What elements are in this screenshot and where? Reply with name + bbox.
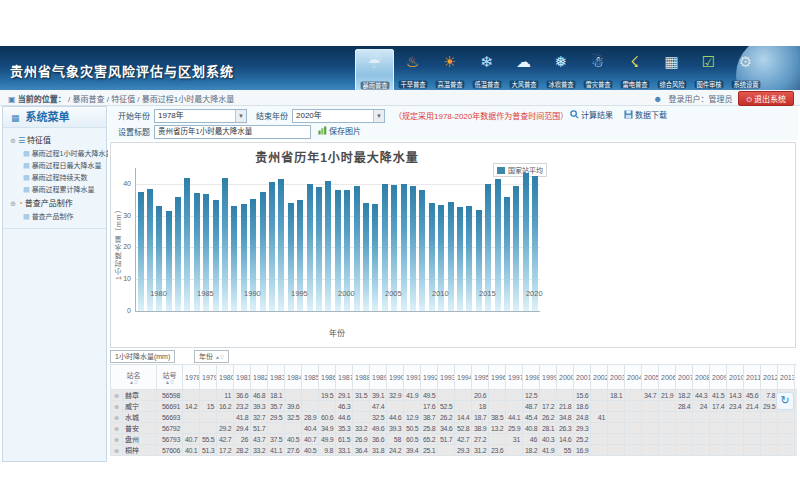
value-cell xyxy=(625,412,642,423)
value-cell: 44.1 xyxy=(506,412,523,423)
chart-title: 贵州省历年1小时最大降水量 xyxy=(135,148,539,165)
refresh-icon[interactable]: ↻ xyxy=(776,392,794,410)
logout-button[interactable]: ⏻退出系统 xyxy=(738,91,794,106)
value-cell: 46 xyxy=(523,434,540,445)
col-header-year[interactable]: 1986 xyxy=(319,365,336,390)
col-header-station-id[interactable]: 站号 ▲▽ xyxy=(157,365,183,390)
col-header-station-name[interactable]: 站名 ▲▽ xyxy=(111,365,157,390)
menu-grid-icon: ▦ xyxy=(11,113,20,123)
sidebar-menu: ⊕☰特征值▤暴雨过程1小时最大降水量▤暴雨过程日最大降水量▤暴雨过程持续天数▤暴… xyxy=(3,128,106,229)
x-tick-label: 1995 xyxy=(284,289,314,298)
year-sort-chip[interactable]: 年份 ▲▽ xyxy=(194,350,229,363)
col-header-year[interactable]: 1990 xyxy=(387,365,404,390)
col-header-year[interactable]: 1999 xyxy=(540,365,557,390)
col-header-year[interactable]: 2002 xyxy=(591,365,608,390)
col-header-year[interactable]: 1991 xyxy=(404,365,421,390)
row-expand-icon[interactable]: ⊗ xyxy=(111,390,123,401)
col-header-year[interactable]: 1987 xyxy=(336,365,353,390)
col-header-year[interactable]: 2006 xyxy=(659,365,676,390)
col-header-year[interactable]: 2010 xyxy=(727,365,744,390)
menu-item[interactable]: ▤暴雨过程累计降水量 xyxy=(3,183,106,195)
col-header-year[interactable]: 1988 xyxy=(353,365,370,390)
col-header-year[interactable]: 2005 xyxy=(642,365,659,390)
col-header-year[interactable]: 2000 xyxy=(557,365,574,390)
col-header-year[interactable]: 1993 xyxy=(438,365,455,390)
nav-item-map-review[interactable]: ☑图件审核 xyxy=(690,49,727,90)
nav-item-wind[interactable]: ☁大风普查 xyxy=(505,49,542,90)
expand-icon[interactable]: ⊕ xyxy=(10,200,16,207)
value-cell: 43.7 xyxy=(251,434,268,445)
sidebar-title: 系统菜单 xyxy=(26,111,70,123)
col-header-year[interactable]: 2014 xyxy=(795,365,798,390)
col-header-year[interactable]: 1983 xyxy=(268,365,285,390)
row-expand-icon[interactable]: ⊗ xyxy=(111,445,123,456)
sort-icons[interactable]: ▲▽ xyxy=(215,354,224,360)
calculate-button[interactable]: 计算结果 xyxy=(570,109,613,120)
save-image-button[interactable]: 保存图片 xyxy=(318,125,361,136)
row-expand-icon[interactable]: ⊗ xyxy=(111,434,123,445)
col-header-year[interactable]: 1995 xyxy=(472,365,489,390)
nav-item-low-temp[interactable]: ❄低温普查 xyxy=(468,49,505,90)
expand-icon[interactable]: ⊕ xyxy=(10,137,16,144)
value-cell: 46.8 xyxy=(251,390,268,401)
value-cell: 24 xyxy=(693,401,710,412)
row-expand-icon[interactable]: ⊗ xyxy=(111,401,123,412)
col-header-year[interactable]: 1985 xyxy=(302,365,319,390)
nav-item-high-temp[interactable]: ☀高温普查 xyxy=(431,49,468,90)
menu-group-1[interactable]: ⊕◔普查产品制作 xyxy=(3,195,106,210)
col-header-year[interactable]: 1982 xyxy=(251,365,268,390)
col-header-year[interactable]: 1994 xyxy=(455,365,472,390)
nav-item-drought[interactable]: ♨干旱普查 xyxy=(394,49,431,90)
download-button[interactable]: 数据下载 xyxy=(624,109,667,120)
value-cell: 15 xyxy=(200,401,217,412)
col-header-year[interactable]: 1980 xyxy=(217,365,234,390)
value-cell: 18.2 xyxy=(523,445,540,456)
menu-item-label: 暴雨过程1小时最大降水量 xyxy=(32,150,113,157)
nav-item-lightning[interactable]: ☇雷电普查 xyxy=(616,49,653,90)
measure-chip[interactable]: 1小时降水量(mm) xyxy=(110,350,175,363)
col-header-year[interactable]: 1978 xyxy=(183,365,200,390)
chart-title-input[interactable]: 贵州省历年1小时最大降水量 xyxy=(154,125,311,139)
nav-item-hail[interactable]: ❅冰雹普查 xyxy=(542,49,579,90)
col-header-year[interactable]: 2001 xyxy=(574,365,591,390)
end-year-select[interactable]: 2020年▼ xyxy=(292,109,385,123)
value-cell xyxy=(778,445,795,456)
col-header-year[interactable]: 1984 xyxy=(285,365,302,390)
menu-group-0[interactable]: ⊕☰特征值 xyxy=(3,132,106,147)
col-header-year[interactable]: 2008 xyxy=(693,365,710,390)
nav-item-snow[interactable]: ☃雪灾普查 xyxy=(579,49,616,90)
value-cell: 14.3 xyxy=(727,390,744,401)
col-header-year[interactable]: 1989 xyxy=(370,365,387,390)
col-header-year[interactable]: 1997 xyxy=(506,365,523,390)
nav-item-composite-risk[interactable]: ▦综合风险 xyxy=(653,49,690,90)
col-header-year[interactable]: 1979 xyxy=(200,365,217,390)
value-cell: 19.5 xyxy=(319,390,336,401)
col-header-year[interactable]: 2007 xyxy=(676,365,693,390)
gridline xyxy=(136,184,540,185)
col-header-year[interactable]: 2013 xyxy=(778,365,795,390)
value-cell xyxy=(744,445,761,456)
col-header-year[interactable]: 2009 xyxy=(710,365,727,390)
col-header-year[interactable]: 2004 xyxy=(625,365,642,390)
col-header-year[interactable]: 1981 xyxy=(234,365,251,390)
station-name: 普安 xyxy=(123,423,157,434)
col-header-year[interactable]: 1998 xyxy=(523,365,540,390)
col-header-year[interactable]: 2012 xyxy=(761,365,778,390)
menu-item[interactable]: ▤暴雨过程1小时最大降水量 xyxy=(3,147,106,159)
row-expand-icon[interactable]: ⊗ xyxy=(111,412,123,423)
value-cell: 29.5 xyxy=(268,412,285,423)
row-expand-icon[interactable]: ⊗ xyxy=(111,423,123,434)
menu-item[interactable]: ▤普查产品制作 xyxy=(3,210,106,222)
nav-item-rainstorm[interactable]: ☔暴雨普查 xyxy=(355,49,394,90)
value-cell xyxy=(744,412,761,423)
col-header-year[interactable]: 1996 xyxy=(489,365,506,390)
value-cell xyxy=(591,390,608,401)
start-year-select[interactable]: 1978年▼ xyxy=(154,109,247,123)
nav-item-settings[interactable]: ⚙系统设置 xyxy=(727,49,764,90)
col-header-year[interactable]: 2003 xyxy=(608,365,625,390)
col-header-year[interactable]: 2011 xyxy=(744,365,761,390)
col-header-year[interactable]: 1992 xyxy=(421,365,438,390)
value-cell xyxy=(676,423,693,434)
menu-item[interactable]: ▤暴雨过程日最大降水量 xyxy=(3,159,106,171)
menu-item[interactable]: ▤暴雨过程持续天数 xyxy=(3,171,106,183)
